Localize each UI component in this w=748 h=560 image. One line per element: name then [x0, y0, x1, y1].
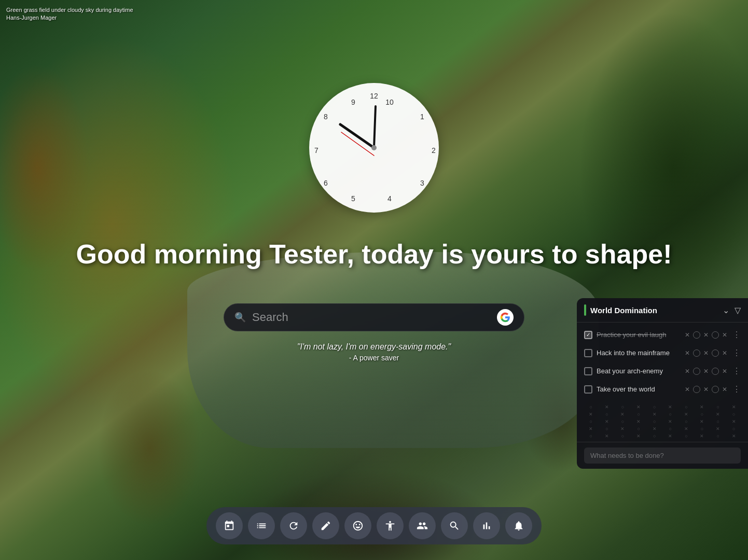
todo-x-4e[interactable]: ✕: [722, 386, 727, 393]
svg-text:5: 5: [351, 194, 355, 203]
todo-more-1[interactable]: ⋮: [732, 330, 741, 340]
notifications-button[interactable]: [505, 512, 532, 539]
todo-item[interactable]: Beat your arch-enemy ✕ ✕ ✕ ⋮: [577, 362, 748, 380]
todo-checkbox-3[interactable]: [584, 367, 592, 375]
todo-x-2e[interactable]: ✕: [722, 349, 727, 357]
svg-text:10: 10: [385, 98, 394, 106]
todo-dot-2d[interactable]: [712, 349, 719, 357]
todo-item-text-1: Practice your evil laugh: [597, 331, 681, 339]
todo-x-1e[interactable]: ✕: [722, 331, 727, 339]
edit-button[interactable]: [312, 512, 339, 539]
todo-more-3[interactable]: ⋮: [732, 366, 741, 376]
search-bar-icon: 🔍: [234, 312, 246, 323]
todo-header: World Domination ⌄ ▽: [577, 298, 748, 323]
todo-x-3a[interactable]: ✕: [685, 368, 690, 375]
accessibility-icon: [384, 520, 396, 531]
todo-item-icons-3: ✕ ✕ ✕ ⋮: [685, 366, 741, 376]
todo-item[interactable]: Take over the world ✕ ✕ ✕ ⋮: [577, 380, 748, 398]
todo-x-2a[interactable]: ✕: [685, 349, 690, 357]
users-button[interactable]: [409, 512, 436, 539]
todo-expand-icon[interactable]: ⌄: [723, 305, 729, 315]
todo-item-icons-1: ✕ ✕ ✕ ⋮: [685, 330, 741, 340]
svg-text:4: 4: [387, 194, 392, 203]
svg-text:3: 3: [420, 179, 424, 187]
todo-checkbox-1[interactable]: [584, 331, 592, 339]
chart-icon: [481, 520, 492, 531]
chart-button[interactable]: [473, 512, 500, 539]
todo-item[interactable]: Hack into the mainframe ✕ ✕ ✕ ⋮: [577, 344, 748, 362]
todo-x-4a[interactable]: ✕: [685, 386, 690, 393]
todo-x-3e[interactable]: ✕: [722, 368, 727, 375]
search-bar[interactable]: 🔍: [224, 303, 524, 331]
search-toolbar-button[interactable]: [441, 512, 468, 539]
edit-icon: [320, 520, 331, 531]
bottom-toolbar: [206, 507, 542, 544]
users-icon: [417, 520, 428, 531]
todo-accent-bar: [584, 304, 586, 316]
search-toolbar-icon: [449, 520, 460, 531]
emoji-button[interactable]: [344, 512, 371, 539]
todo-dot-4b[interactable]: [693, 386, 700, 393]
calendar-icon: [224, 520, 235, 531]
calendar-button[interactable]: [216, 512, 243, 539]
todo-more-2[interactable]: ⋮: [732, 348, 741, 358]
svg-text:2: 2: [432, 146, 436, 155]
svg-text:6: 6: [324, 179, 328, 187]
todo-more-4[interactable]: ⋮: [732, 384, 741, 394]
todo-item-text-4: Take over the world: [597, 385, 681, 393]
todo-dot-1b[interactable]: [693, 331, 700, 339]
search-input[interactable]: [252, 311, 497, 324]
emoji-icon: [352, 520, 364, 531]
minute-hand: [374, 106, 376, 148]
tasks-button[interactable]: [248, 512, 275, 539]
todo-new-item-input[interactable]: [584, 447, 741, 464]
todo-x-1a[interactable]: ✕: [685, 331, 690, 339]
todo-item[interactable]: Practice your evil laugh ✕ ✕ ✕ ⋮: [577, 326, 748, 344]
hour-hand: [340, 124, 374, 148]
todo-x-1c[interactable]: ✕: [703, 331, 709, 339]
clock-container: 12 1 2 3 4 5 6 7 8 9 10: [309, 83, 439, 213]
photo-title: Green grass field under cloudy sky durin…: [6, 6, 133, 14]
accessibility-button[interactable]: [377, 512, 404, 539]
todo-input-row: [577, 442, 748, 469]
todo-dot-2b[interactable]: [693, 349, 700, 357]
svg-text:7: 7: [314, 146, 318, 155]
todo-item-icons-4: ✕ ✕ ✕ ⋮: [685, 384, 741, 394]
todo-dot-3b[interactable]: [693, 368, 700, 375]
photo-credit: Green grass field under cloudy sky durin…: [6, 6, 133, 22]
todo-x-2c[interactable]: ✕: [703, 349, 709, 357]
todo-x-4c[interactable]: ✕: [703, 386, 709, 393]
todo-items-list: Practice your evil laugh ✕ ✕ ✕ ⋮ Hack in…: [577, 323, 748, 401]
todo-title: World Domination: [590, 306, 718, 315]
search-container: 🔍: [224, 303, 524, 331]
clock-svg: 12 1 2 3 4 5 6 7 8 9 10: [309, 83, 439, 213]
quote-author: - A power saver: [224, 354, 524, 362]
tasks-icon: [256, 520, 267, 531]
bell-icon: [513, 520, 524, 531]
todo-x-3c[interactable]: ✕: [703, 368, 709, 375]
quote-area: "I'm not lazy, I'm on energy-saving mode…: [224, 342, 524, 362]
clock-center: [371, 145, 377, 150]
todo-panel: World Domination ⌄ ▽ Practice your evil …: [577, 298, 748, 469]
todo-checkbox-4[interactable]: [584, 385, 592, 394]
quote-text: "I'm not lazy, I'm on energy-saving mode…: [224, 342, 524, 352]
todo-checkbox-2[interactable]: [584, 349, 592, 357]
todo-item-icons-2: ✕ ✕ ✕ ⋮: [685, 348, 741, 358]
todo-item-text-2: Hack into the mainframe: [597, 349, 681, 357]
refresh-button[interactable]: [280, 512, 307, 539]
photo-author: Hans-Jurgen Mager: [6, 14, 133, 22]
todo-filter-icon[interactable]: ▽: [735, 305, 741, 315]
svg-text:1: 1: [420, 113, 424, 121]
todo-dot-1d[interactable]: [712, 331, 719, 339]
todo-dot-3d[interactable]: [712, 368, 719, 375]
todo-header-icons: ⌄ ▽: [723, 305, 741, 315]
todo-dot-4d[interactable]: [712, 386, 719, 393]
todo-decorative-grid: ○✕○✕○✕○✕○✕ ✕○✕○✕○✕○✕○ ○✕○✕○✕○✕○✕ ✕○✕○✕○✕…: [577, 401, 748, 442]
svg-text:8: 8: [324, 113, 328, 121]
clock-face: 12 1 2 3 4 5 6 7 8 9 10: [309, 83, 439, 213]
refresh-icon: [288, 520, 299, 531]
google-button[interactable]: [497, 309, 514, 326]
svg-text:9: 9: [351, 98, 355, 106]
svg-text:12: 12: [370, 92, 378, 100]
greeting-text: Good morning Tester, today is yours to s…: [0, 239, 748, 270]
